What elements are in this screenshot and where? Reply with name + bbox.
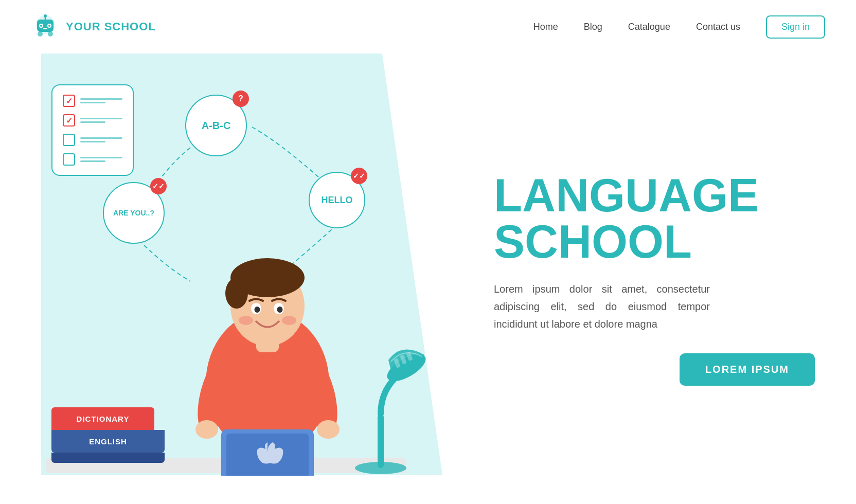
line bbox=[80, 141, 105, 142]
bubble-abc: A-B-C ? bbox=[185, 95, 247, 156]
headline: LANGUAGE SCHOOL bbox=[494, 172, 815, 265]
illustration-area: A-B-C ? HELLO ✓ ARE YOU..? ✓ DICTIONARY … bbox=[0, 53, 463, 504]
line bbox=[80, 157, 122, 158]
nav-blog[interactable]: Blog bbox=[584, 22, 602, 32]
line bbox=[80, 118, 122, 119]
badge-question: ? bbox=[233, 91, 249, 107]
badge-check-areyou: ✓ bbox=[150, 178, 167, 194]
check-lines-4 bbox=[80, 157, 122, 162]
check-item-3 bbox=[63, 134, 122, 146]
checkbox-3 bbox=[63, 134, 75, 146]
book-bottom bbox=[51, 453, 165, 463]
main-nav: Home Blog Catalogue Contact us Sign in bbox=[533, 15, 825, 39]
svg-rect-7 bbox=[43, 28, 47, 29]
svg-point-6 bbox=[48, 25, 50, 27]
check-lines-1 bbox=[80, 98, 122, 103]
svg-point-32 bbox=[195, 420, 218, 439]
svg-point-5 bbox=[40, 25, 42, 27]
svg-rect-14 bbox=[378, 414, 384, 468]
book-dictionary: DICTIONARY bbox=[51, 407, 154, 430]
header: YOUR SCHOOL Home Blog Catalogue Contact … bbox=[0, 0, 856, 53]
cta-button[interactable]: LOREM IPSUM bbox=[680, 353, 815, 386]
check-item-1 bbox=[63, 95, 122, 107]
nav-home[interactable]: Home bbox=[533, 22, 558, 32]
svg-point-29 bbox=[282, 316, 296, 325]
nav-catalogue[interactable]: Catalogue bbox=[628, 22, 670, 32]
svg-point-28 bbox=[239, 316, 253, 325]
line bbox=[80, 137, 122, 139]
nav-contact[interactable]: Contact us bbox=[696, 22, 740, 32]
books-stack: DICTIONARY ENGLISH bbox=[51, 407, 165, 463]
svg-point-33 bbox=[317, 420, 340, 439]
check-lines-2 bbox=[80, 118, 122, 123]
checkbox-4 bbox=[63, 153, 75, 166]
checkbox-1 bbox=[63, 95, 75, 107]
logo[interactable]: YOUR SCHOOL bbox=[31, 12, 156, 41]
book-english: ENGLISH bbox=[51, 430, 165, 453]
svg-point-10 bbox=[38, 31, 43, 37]
main-content: A-B-C ? HELLO ✓ ARE YOU..? ✓ DICTIONARY … bbox=[0, 53, 856, 504]
svg-point-9 bbox=[44, 14, 47, 17]
check-item-4 bbox=[63, 153, 122, 166]
right-content: LANGUAGE SCHOOL Lorem ipsum dolor sit am… bbox=[463, 53, 856, 504]
check-lines-3 bbox=[80, 137, 122, 142]
signin-button[interactable]: Sign in bbox=[766, 15, 825, 39]
svg-point-23 bbox=[225, 278, 248, 309]
student-character bbox=[170, 177, 365, 476]
logo-text: YOUR SCHOOL bbox=[66, 20, 156, 33]
description: Lorem ipsum dolor sit amet, consectetur … bbox=[494, 280, 710, 333]
checklist bbox=[51, 84, 134, 176]
svg-point-11 bbox=[48, 31, 53, 37]
bubble-areyou: ARE YOU..? ✓ bbox=[103, 182, 165, 244]
line bbox=[80, 121, 105, 123]
check-item-2 bbox=[63, 114, 122, 127]
checkbox-2 bbox=[63, 114, 75, 127]
svg-point-27 bbox=[277, 307, 283, 313]
logo-icon bbox=[31, 12, 60, 41]
line bbox=[80, 102, 105, 103]
line bbox=[80, 160, 105, 162]
line bbox=[80, 98, 122, 100]
svg-point-26 bbox=[255, 307, 260, 313]
